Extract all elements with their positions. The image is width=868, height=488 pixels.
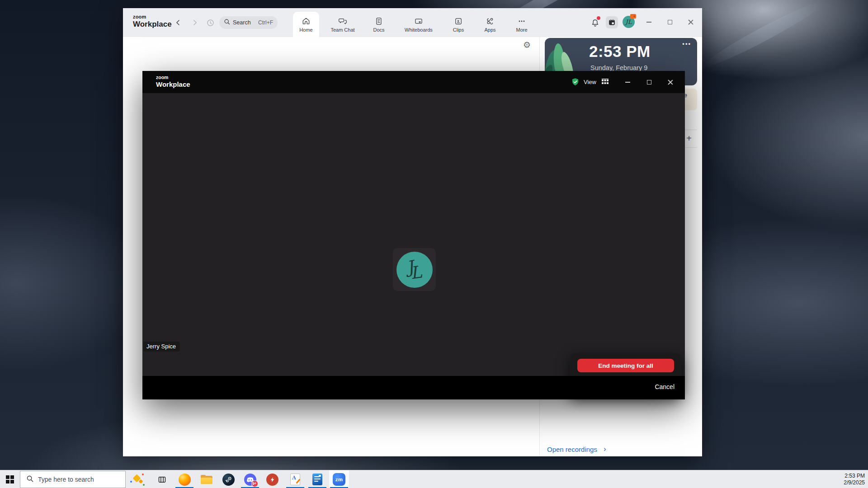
widget-menu-button[interactable]: ••• bbox=[682, 41, 691, 47]
docs-icon bbox=[374, 17, 383, 26]
back-arrow-icon[interactable] bbox=[174, 18, 183, 27]
meeting-titlebar: zoom Workplace View bbox=[142, 71, 685, 93]
calendar-button[interactable] bbox=[606, 16, 618, 28]
avatar-initials: JL bbox=[626, 19, 632, 25]
libreoffice-writer-icon bbox=[312, 474, 322, 485]
tab-label: Docs bbox=[373, 27, 384, 33]
main-nav-tabs: Home Team Chat Docs Whiteboards Clips Ap… bbox=[293, 12, 534, 37]
history-icon[interactable] bbox=[206, 18, 215, 27]
end-meeting-for-all-button[interactable]: End meeting for all bbox=[577, 359, 674, 372]
discord-notification-badge: 9+ bbox=[251, 480, 258, 487]
logo-zoom-text: zoom bbox=[133, 14, 172, 19]
tab-docs[interactable]: Docs bbox=[366, 12, 392, 37]
view-label: View bbox=[584, 79, 596, 85]
widget-date: Sunday, February 9 bbox=[590, 64, 647, 71]
camera-status-badge bbox=[630, 14, 636, 19]
taskbar-wordpad-button[interactable]: A bbox=[285, 470, 305, 488]
search-input[interactable]: Search Ctrl+F bbox=[219, 16, 278, 29]
meeting-window: zoom Workplace View J L Jerry Spice End … bbox=[142, 71, 685, 399]
clock-date: 2/9/2025 bbox=[844, 479, 865, 486]
windows-taskbar: Type here to search 9+ A bbox=[0, 470, 868, 488]
team-chat-icon bbox=[338, 17, 347, 26]
tab-label: Clips bbox=[453, 27, 464, 33]
meeting-close-button[interactable] bbox=[668, 71, 673, 93]
whiteboards-icon bbox=[414, 17, 423, 26]
search-placeholder: Search bbox=[233, 19, 251, 26]
notification-badge bbox=[597, 16, 600, 20]
logo-workplace-text: Workplace bbox=[133, 20, 172, 28]
open-recordings-label: Open recordings bbox=[547, 446, 597, 453]
taskbar-search-input[interactable]: Type here to search bbox=[20, 471, 126, 488]
zoom-workplace-logo: zoom Workplace bbox=[133, 14, 172, 28]
tab-clips[interactable]: Clips bbox=[446, 12, 471, 37]
maximize-button[interactable] bbox=[665, 18, 675, 26]
taskbar-discord-button[interactable]: 9+ bbox=[240, 470, 260, 488]
chevron-right-icon: › bbox=[604, 445, 606, 454]
taskbar-search-placeholder: Type here to search bbox=[38, 476, 94, 483]
video-area: J L Jerry Spice End meeting for all Leav… bbox=[142, 93, 685, 376]
security-shield-icon[interactable] bbox=[571, 71, 580, 93]
tab-team-chat[interactable]: Team Chat bbox=[326, 12, 360, 37]
remote-desktop-icon bbox=[266, 474, 278, 486]
clock-time: 2:53 PM bbox=[844, 473, 865, 479]
tab-label: More bbox=[516, 27, 527, 33]
search-shortcut: Ctrl+F bbox=[258, 19, 273, 26]
tab-apps[interactable]: Apps bbox=[477, 12, 503, 37]
tab-label: Team Chat bbox=[330, 27, 354, 33]
cancel-button[interactable]: Cancel bbox=[655, 383, 675, 390]
search-icon bbox=[26, 475, 33, 484]
forward-arrow-icon[interactable] bbox=[190, 18, 199, 27]
meeting-minimize-button[interactable] bbox=[625, 71, 630, 93]
settings-gear-icon[interactable]: ⚙ bbox=[523, 41, 531, 49]
taskbar-firefox-button[interactable] bbox=[175, 470, 194, 488]
main-toolbar: zoom Workplace Search Ctrl+F Home bbox=[123, 8, 702, 37]
apps-icon bbox=[486, 17, 495, 26]
taskbar-clock[interactable]: 2:53 PM 2/9/2025 bbox=[844, 473, 865, 486]
view-grid-icon[interactable] bbox=[602, 71, 609, 93]
tab-label: Apps bbox=[484, 27, 495, 33]
plus-icon[interactable]: + bbox=[686, 133, 692, 144]
clips-icon bbox=[454, 17, 463, 26]
steam-icon bbox=[222, 474, 235, 486]
taskbar-zoom-button[interactable]: zm bbox=[329, 470, 349, 488]
more-ellipsis-icon bbox=[517, 17, 526, 26]
meeting-zoom-logo: zoom Workplace bbox=[156, 75, 190, 88]
avatar-initial-l: L bbox=[409, 262, 423, 283]
task-view-button[interactable] bbox=[152, 470, 172, 488]
wordpad-icon: A bbox=[290, 474, 300, 485]
start-button-icon[interactable] bbox=[6, 475, 14, 483]
task-view-icon bbox=[157, 475, 167, 484]
taskbar-libreoffice-button[interactable] bbox=[307, 470, 327, 488]
tab-whiteboards[interactable]: Whiteboards bbox=[398, 12, 439, 37]
logo-workplace-text: Workplace bbox=[156, 81, 190, 88]
discord-icon: 9+ bbox=[244, 474, 256, 486]
zoom-icon-text: zm bbox=[335, 477, 343, 482]
meeting-maximize-button[interactable] bbox=[647, 71, 651, 93]
tab-label: Home bbox=[299, 27, 312, 33]
home-icon bbox=[302, 17, 311, 26]
open-recordings-link[interactable]: Open recordings › bbox=[547, 445, 606, 454]
minimize-button[interactable] bbox=[644, 18, 654, 26]
taskbar-file-explorer-button[interactable] bbox=[197, 470, 217, 488]
taskbar-remote-desktop-button[interactable] bbox=[262, 470, 282, 488]
cloud-streak bbox=[701, 0, 827, 72]
file-explorer-icon bbox=[201, 475, 212, 484]
view-button[interactable]: View bbox=[584, 71, 596, 93]
zoom-app-icon: zm bbox=[333, 473, 345, 486]
search-icon bbox=[224, 19, 230, 27]
widget-time: 2:53 PM bbox=[589, 42, 651, 61]
taskbar-steam-button[interactable] bbox=[218, 470, 238, 488]
participant-avatar: J L bbox=[396, 252, 433, 288]
tab-label: Whiteboards bbox=[405, 27, 433, 33]
firefox-icon bbox=[179, 474, 191, 486]
logo-zoom-text: zoom bbox=[156, 75, 190, 80]
participant-name-label: Jerry Spice bbox=[143, 342, 180, 352]
close-button[interactable] bbox=[686, 18, 696, 26]
copilot-sparkle-icon bbox=[129, 473, 145, 486]
meeting-bottom-bar: Cancel bbox=[142, 376, 685, 399]
copilot-button[interactable] bbox=[127, 470, 147, 488]
tab-home[interactable]: Home bbox=[293, 12, 319, 37]
notifications-bell-icon[interactable] bbox=[589, 16, 601, 29]
tab-more[interactable]: More bbox=[509, 12, 534, 37]
participant-tile: J L bbox=[393, 248, 436, 291]
